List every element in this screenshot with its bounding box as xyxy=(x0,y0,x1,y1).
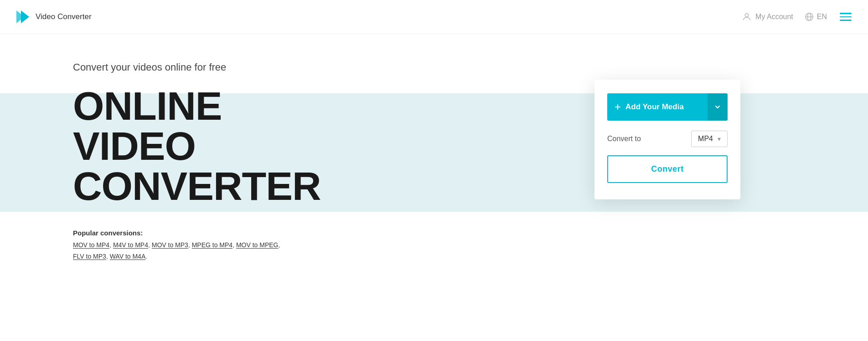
language-selector[interactable]: EN xyxy=(804,12,827,22)
user-icon xyxy=(742,12,752,22)
hamburger-menu[interactable] xyxy=(838,11,853,23)
hamburger-line-2 xyxy=(840,16,852,18)
svg-point-2 xyxy=(745,14,748,17)
popular-links: MOV to MP4, M4V to MP4, MOV to MP3, MPEG… xyxy=(73,239,392,262)
my-account-link[interactable]: My Account xyxy=(742,12,793,22)
convert-button[interactable]: Convert xyxy=(607,155,728,183)
header-right: My Account EN xyxy=(742,11,853,23)
header: Video Converter My Account EN xyxy=(0,0,868,34)
hero-title-line1: ONLINE xyxy=(73,86,392,126)
add-media-dropdown-button[interactable] xyxy=(708,93,728,121)
popular-conversions: Popular conversions: MOV to MP4, M4V to … xyxy=(73,229,392,262)
hero-title-line3: CONVERTER xyxy=(73,166,392,206)
popular-label: Popular conversions: xyxy=(73,229,392,237)
convert-to-label: Convert to xyxy=(607,135,641,143)
popular-link-wav-m4a[interactable]: WAV to M4A xyxy=(110,253,146,260)
plus-icon: + xyxy=(615,102,621,112)
add-media-row: + Add Your Media xyxy=(607,93,728,121)
svg-marker-1 xyxy=(21,10,29,23)
add-media-label: Add Your Media xyxy=(625,102,684,112)
hero-subtitle: Convert your videos online for free xyxy=(73,61,392,73)
format-chevron-icon: ▾ xyxy=(718,135,721,143)
popular-link-flv-mp3[interactable]: FLV to MP3 xyxy=(73,253,106,260)
converter-card: + Add Your Media Convert to MP4 ▾ Conver… xyxy=(594,80,740,199)
logo[interactable]: Video Converter xyxy=(15,9,92,25)
hamburger-line-3 xyxy=(840,20,852,21)
globe-icon xyxy=(804,12,814,22)
popular-link-mov-mpeg[interactable]: MOV to MPEG xyxy=(236,241,279,249)
chevron-down-icon xyxy=(714,103,721,111)
popular-link-mov-mp4[interactable]: MOV to MP4 xyxy=(73,241,109,249)
hero-content: Convert your videos online for free ONLI… xyxy=(73,61,392,262)
logo-text: Video Converter xyxy=(36,12,92,21)
hero-title: ONLINE VIDEO CONVERTER xyxy=(73,86,392,206)
format-select[interactable]: MP4 ▾ xyxy=(691,131,728,147)
logo-icon xyxy=(15,9,31,25)
format-value: MP4 xyxy=(698,135,713,143)
lang-label: EN xyxy=(817,13,827,21)
popular-link-mov-mp3[interactable]: MOV to MP3 xyxy=(152,241,188,249)
popular-link-mpeg-mp4[interactable]: MPEG to MP4 xyxy=(192,241,232,249)
hero-title-line2: VIDEO xyxy=(73,126,392,166)
my-account-label: My Account xyxy=(755,13,793,21)
popular-link-m4v-mp4[interactable]: M4V to MP4 xyxy=(113,241,148,249)
add-media-button[interactable]: + Add Your Media xyxy=(607,93,708,121)
hero-section: Convert your videos online for free ONLI… xyxy=(0,34,868,307)
hamburger-line-1 xyxy=(840,13,852,14)
convert-to-row: Convert to MP4 ▾ xyxy=(607,131,728,147)
